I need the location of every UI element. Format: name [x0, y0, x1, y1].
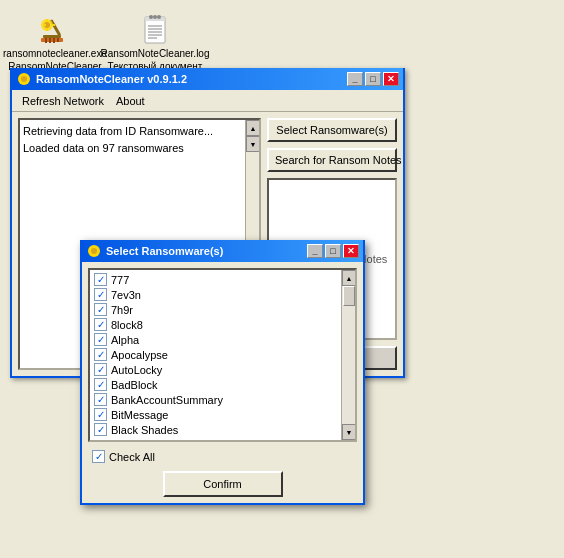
list-item-label: BankAccountSummary	[111, 394, 223, 406]
maximize-button[interactable]: □	[365, 72, 381, 86]
list-item-checkbox[interactable]: ✓	[94, 423, 107, 436]
svg-point-26	[91, 248, 97, 254]
menu-bar: Refresh Network About	[12, 90, 403, 112]
list-scroll-thumb[interactable]	[343, 286, 355, 306]
list-item-checkbox[interactable]: ✓	[94, 288, 107, 301]
svg-point-22	[157, 15, 161, 19]
list-item-checkbox[interactable]: ✓	[94, 348, 107, 361]
select-ransomware-dialog: Select Ransomware(s) _ □ ✕ ✓777✓7ev3n✓7h…	[80, 240, 365, 505]
list-item-checkbox[interactable]: ✓	[94, 378, 107, 391]
list-item-checkbox[interactable]: ✓	[94, 303, 107, 316]
list-item-label: BitMessage	[111, 409, 168, 421]
log-scroll-up[interactable]: ▲	[246, 120, 260, 136]
list-item[interactable]: ✓777	[92, 272, 353, 287]
list-item[interactable]: ✓BitMessage	[92, 407, 353, 422]
list-item[interactable]: ✓Black Shades	[92, 422, 353, 437]
ransomware-list-container: ✓777✓7ev3n✓7h9r✓8lock8✓Alpha✓Apocalypse✓…	[88, 268, 357, 442]
select-dialog-controls: _ □ ✕	[307, 244, 359, 258]
svg-point-24	[21, 76, 27, 82]
log-scroll-down[interactable]: ▼	[246, 136, 260, 152]
select-dialog-maximize[interactable]: □	[325, 244, 341, 258]
select-dialog-title: Select Ransomware(s)	[106, 245, 307, 257]
svg-rect-2	[45, 38, 47, 43]
list-item-label: 777	[111, 274, 129, 286]
list-item-label: Black Shades	[111, 424, 178, 436]
list-item[interactable]: ✓7h9r	[92, 302, 353, 317]
list-item[interactable]: ✓Alpha	[92, 332, 353, 347]
main-window-controls: _ □ ✕	[347, 72, 399, 86]
main-window-titlebar[interactable]: RansomNoteCleaner v0.9.1.2 _ □ ✕	[12, 68, 403, 90]
list-item[interactable]: ✓BadBlock	[92, 377, 353, 392]
check-all-checkbox[interactable]: ✓	[92, 450, 105, 463]
svg-point-21	[149, 15, 153, 19]
list-item-label: 7h9r	[111, 304, 133, 316]
menu-about[interactable]: About	[110, 93, 151, 109]
svg-point-20	[153, 15, 157, 19]
log-file-icon	[139, 15, 171, 47]
svg-rect-1	[41, 38, 63, 42]
svg-rect-10	[46, 28, 48, 31]
list-item-checkbox[interactable]: ✓	[94, 363, 107, 376]
select-dialog-minimize[interactable]: _	[307, 244, 323, 258]
list-scrollbar[interactable]: ▲ ▼	[341, 270, 355, 440]
minimize-button[interactable]: _	[347, 72, 363, 86]
select-dialog-close[interactable]: ✕	[343, 244, 359, 258]
list-item[interactable]: ✓BankAccountSummary	[92, 392, 353, 407]
list-item-checkbox[interactable]: ✓	[94, 318, 107, 331]
list-item-label: 8lock8	[111, 319, 143, 331]
list-item-checkbox[interactable]: ✓	[94, 408, 107, 421]
list-item-label: BadBlock	[111, 379, 157, 391]
list-item-label: Alpha	[111, 334, 139, 346]
list-scroll-up[interactable]: ▲	[342, 270, 356, 286]
confirm-button-row: Confirm	[88, 471, 357, 497]
check-all-row: ✓ Check All	[88, 448, 357, 465]
list-item[interactable]: ✓Apocalypse	[92, 347, 353, 362]
ransomware-list: ✓777✓7ev3n✓7h9r✓8lock8✓Alpha✓Apocalypse✓…	[90, 270, 355, 440]
log-text: Retrieving data from ID Ransomware... Lo…	[23, 123, 256, 156]
list-item[interactable]: ✓8lock8	[92, 317, 353, 332]
list-item-label: AutoLocky	[111, 364, 162, 376]
list-item-label: Apocalypse	[111, 349, 168, 361]
list-item-checkbox[interactable]: ✓	[94, 333, 107, 346]
menu-refresh-network[interactable]: Refresh Network	[16, 93, 110, 109]
check-all-label: Check All	[109, 451, 155, 463]
list-item-checkbox[interactable]: ✓	[94, 393, 107, 406]
main-window-title: RansomNoteCleaner v0.9.1.2	[36, 73, 347, 85]
search-ransom-notes-button[interactable]: Search for Ransom Notes	[267, 148, 397, 172]
main-window-icon	[16, 71, 32, 87]
select-ransomware-button[interactable]: Select Ransomware(s)	[267, 118, 397, 142]
svg-rect-5	[57, 38, 59, 42]
select-dialog-icon	[86, 243, 102, 259]
list-item-label: 7ev3n	[111, 289, 141, 301]
list-item[interactable]: ✓AutoLocky	[92, 362, 353, 377]
list-scroll-down[interactable]: ▼	[342, 424, 356, 440]
svg-rect-12	[52, 24, 55, 26]
confirm-button[interactable]: Confirm	[163, 471, 283, 497]
dialog-content: ✓777✓7ev3n✓7h9r✓8lock8✓Alpha✓Apocalypse✓…	[82, 262, 363, 503]
svg-rect-11	[43, 24, 46, 26]
desktop: ransomnotecleaner.exe RansomNoteCleaner	[0, 0, 564, 558]
close-button[interactable]: ✕	[383, 72, 399, 86]
list-scroll-track[interactable]	[342, 286, 355, 424]
svg-rect-3	[49, 38, 51, 43]
svg-rect-4	[53, 38, 55, 43]
list-item-checkbox[interactable]: ✓	[94, 273, 107, 286]
exe-file-icon	[39, 15, 71, 47]
svg-rect-9	[46, 19, 48, 22]
select-dialog-titlebar[interactable]: Select Ransomware(s) _ □ ✕	[82, 240, 363, 262]
list-item[interactable]: ✓7ev3n	[92, 287, 353, 302]
